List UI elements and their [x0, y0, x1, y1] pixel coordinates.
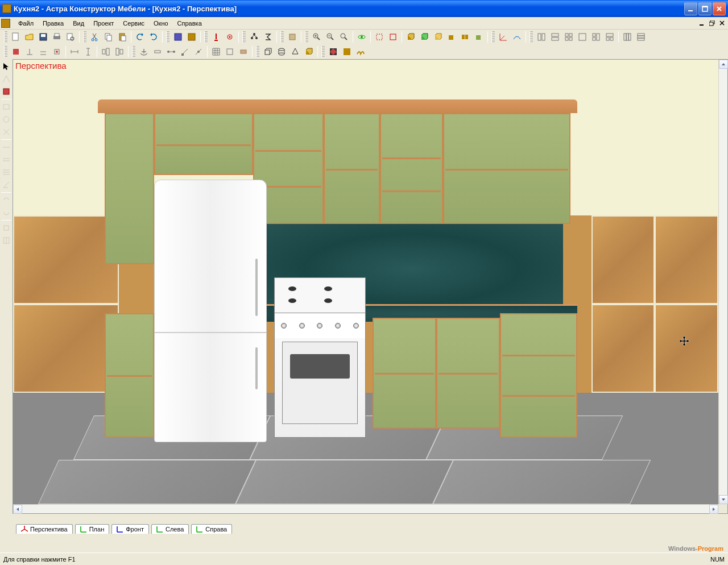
menu-project[interactable]: Проект	[89, 19, 118, 28]
box1-button[interactable]	[404, 31, 417, 43]
vertical-scrollbar[interactable]	[718, 60, 727, 504]
extrude-button[interactable]	[1, 222, 12, 234]
close-button[interactable]	[713, 2, 726, 15]
grid1-button[interactable]	[535, 31, 548, 43]
panel-button[interactable]	[237, 45, 250, 58]
toolbar-grip[interactable]	[321, 46, 325, 57]
angle-button[interactable]	[1, 179, 12, 190]
toolbar-grip[interactable]	[166, 31, 169, 43]
cube-button[interactable]	[262, 45, 274, 58]
scroll-right-button[interactable]	[709, 505, 718, 514]
grid8-button[interactable]	[635, 31, 647, 43]
assembly-button[interactable]	[286, 31, 299, 43]
print-button[interactable]	[51, 31, 63, 43]
sum-button[interactable]	[262, 31, 274, 43]
toolbar-grip[interactable]	[242, 31, 246, 43]
menu-service[interactable]: Сервис	[118, 19, 149, 28]
tab-plan[interactable]: План	[75, 524, 110, 534]
orbit-button[interactable]	[355, 31, 368, 43]
grid2-button[interactable]	[549, 31, 561, 43]
screw-button[interactable]	[210, 31, 222, 43]
menu-view[interactable]: Вид	[68, 19, 89, 28]
scroll-left-button[interactable]	[13, 505, 22, 514]
dim2-button[interactable]	[82, 45, 94, 58]
grid4-button[interactable]	[576, 31, 589, 43]
hinge-button[interactable]	[224, 31, 236, 43]
redo-button[interactable]	[147, 31, 160, 43]
toolbar-grip[interactable]	[83, 31, 86, 43]
preview-button[interactable]	[64, 31, 77, 43]
menu-window[interactable]: Окно	[149, 19, 173, 28]
maximize-button[interactable]	[698, 2, 712, 15]
dim1-button[interactable]	[68, 45, 81, 58]
toolbar-grip[interactable]	[256, 46, 259, 57]
open-button[interactable]	[23, 31, 36, 43]
snap2-button[interactable]	[23, 45, 36, 58]
measure1-button[interactable]	[1, 142, 12, 153]
anchor1-button[interactable]	[138, 45, 150, 58]
grid6-button[interactable]	[603, 31, 616, 43]
grid-button[interactable]	[210, 45, 222, 58]
cone-button[interactable]	[289, 45, 301, 58]
rect-tool-button[interactable]	[1, 101, 12, 113]
box4-button[interactable]	[445, 31, 458, 43]
zoom-in-button[interactable]	[311, 31, 323, 43]
box2-button[interactable]	[418, 31, 431, 43]
box3-button[interactable]	[432, 31, 444, 43]
menu-help[interactable]: Справка	[173, 19, 206, 28]
box6-button[interactable]	[473, 31, 485, 43]
save-button[interactable]	[37, 31, 49, 43]
pointer-button[interactable]	[1, 61, 12, 72]
path-button[interactable]	[511, 31, 523, 43]
snap1-button[interactable]	[10, 45, 22, 58]
axis-tool-button[interactable]	[1, 73, 12, 85]
scroll-track[interactable]	[719, 69, 727, 495]
anchor5-button[interactable]	[192, 45, 205, 58]
anchor2-button[interactable]	[151, 45, 164, 58]
face-button[interactable]	[1, 86, 12, 97]
tab-left[interactable]: Слева	[151, 524, 189, 534]
document-icon[interactable]	[1, 19, 10, 28]
split-button[interactable]	[1, 235, 12, 246]
box5-button[interactable]	[459, 31, 471, 43]
undo-button[interactable]	[134, 31, 146, 43]
anchor4-button[interactable]	[179, 45, 191, 58]
paste-button[interactable]	[116, 31, 129, 43]
measure3-button[interactable]	[1, 167, 12, 178]
toolbar-grip[interactable]	[305, 31, 308, 43]
viewport[interactable]: Перспектива	[13, 60, 718, 504]
scroll-down-button[interactable]	[719, 495, 728, 504]
zoom-fit-button[interactable]	[338, 31, 350, 43]
snap4-button[interactable]	[51, 45, 63, 58]
scroll-up-button[interactable]	[719, 60, 728, 69]
tab-front[interactable]: Фронт	[111, 524, 149, 534]
menu-file[interactable]: Файл	[14, 19, 38, 28]
sphere-button[interactable]	[303, 45, 315, 58]
wireframe-button[interactable]	[387, 31, 399, 43]
bounds-button[interactable]	[373, 31, 386, 43]
align2-button[interactable]	[113, 45, 126, 58]
cut-button[interactable]	[89, 31, 101, 43]
material-button[interactable]	[185, 31, 198, 43]
align1-button[interactable]	[100, 45, 112, 58]
snap3-button[interactable]	[37, 45, 49, 58]
copy-button[interactable]	[102, 31, 115, 43]
tree-button[interactable]	[248, 31, 260, 43]
zoom-out-button[interactable]	[324, 31, 337, 43]
measure2-button[interactable]	[1, 154, 12, 165]
toolbar-grip[interactable]	[491, 31, 495, 43]
rotate1-button[interactable]	[1, 194, 12, 206]
line-tool-button[interactable]	[1, 126, 12, 138]
rect-button[interactable]	[224, 45, 236, 58]
layer-button[interactable]	[172, 31, 184, 43]
toolbar-grip[interactable]	[4, 46, 7, 57]
tab-perspective[interactable]: Перспектива	[16, 524, 73, 534]
mdi-minimize-button[interactable]	[697, 19, 706, 27]
toolbar-grip[interactable]	[4, 31, 7, 43]
texture3-button[interactable]	[354, 45, 367, 58]
mdi-restore-button[interactable]	[708, 19, 717, 27]
scroll-track[interactable]	[22, 505, 709, 513]
horizontal-scrollbar[interactable]	[13, 504, 718, 513]
new-button[interactable]	[10, 31, 22, 43]
tab-right[interactable]: Справа	[191, 524, 232, 534]
